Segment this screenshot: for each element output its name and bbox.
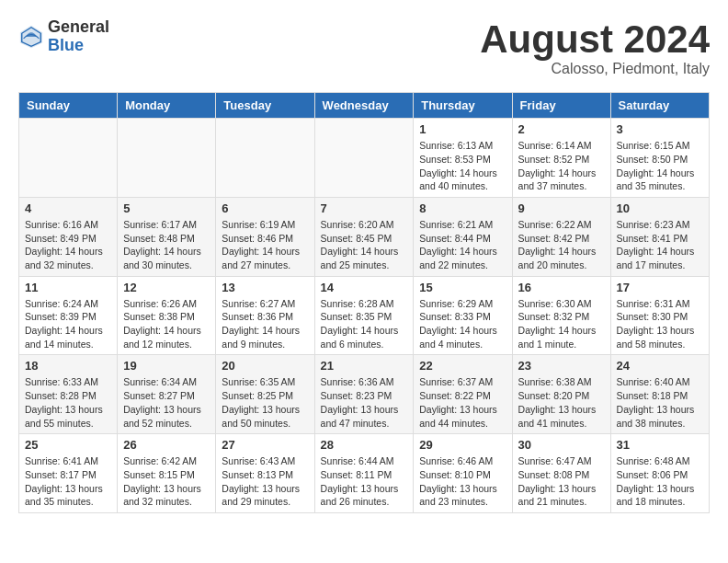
day-number: 30 [518,438,605,452]
day-info: Sunrise: 6:38 AMSunset: 8:20 PMDaylight:… [518,375,605,430]
day-number: 13 [222,281,308,294]
day-info: Sunrise: 6:14 AMSunset: 8:52 PMDaylight:… [518,139,605,193]
location: Calosso, Piedmont, Italy [480,61,710,77]
calendar-cell: 20Sunrise: 6:35 AMSunset: 8:25 PMDayligh… [216,355,314,434]
day-number: 27 [222,438,308,452]
day-info: Sunrise: 6:17 AMSunset: 8:48 PMDaylight:… [123,218,210,272]
logo-blue: Blue [48,37,109,55]
calendar-cell: 9Sunrise: 6:22 AMSunset: 8:42 PMDaylight… [512,197,610,276]
calendar-cell: 23Sunrise: 6:38 AMSunset: 8:20 PMDayligh… [512,355,610,434]
calendar-cell: 13Sunrise: 6:27 AMSunset: 8:36 PMDayligh… [216,276,314,355]
day-number: 18 [25,359,111,373]
day-number: 31 [617,438,703,452]
day-number: 29 [419,438,506,452]
day-info: Sunrise: 6:20 AMSunset: 8:45 PMDaylight:… [321,218,408,272]
day-info: Sunrise: 6:44 AMSunset: 8:11 PMDaylight:… [321,454,408,509]
weekday-header-thursday: Thursday [414,93,512,119]
day-number: 4 [25,201,111,215]
calendar-cell: 26Sunrise: 6:42 AMSunset: 8:15 PMDayligh… [118,434,216,513]
day-info: Sunrise: 6:22 AMSunset: 8:42 PMDaylight:… [518,218,605,272]
day-info: Sunrise: 6:23 AMSunset: 8:41 PMDaylight:… [617,218,703,272]
calendar-cell: 19Sunrise: 6:34 AMSunset: 8:27 PMDayligh… [118,355,216,434]
day-number: 3 [617,122,703,136]
day-number: 26 [123,438,210,452]
day-info: Sunrise: 6:33 AMSunset: 8:28 PMDaylight:… [25,375,111,430]
calendar-cell: 8Sunrise: 6:21 AMSunset: 8:44 PMDaylight… [414,197,512,276]
calendar-cell: 7Sunrise: 6:20 AMSunset: 8:45 PMDaylight… [314,197,414,276]
day-info: Sunrise: 6:16 AMSunset: 8:49 PMDaylight:… [25,218,111,272]
calendar-cell [314,119,414,198]
day-number: 12 [123,281,210,294]
weekday-header-wednesday: Wednesday [314,93,414,119]
calendar-cell: 6Sunrise: 6:19 AMSunset: 8:46 PMDaylight… [216,197,314,276]
day-info: Sunrise: 6:36 AMSunset: 8:23 PMDaylight:… [321,375,408,430]
day-number: 11 [25,281,111,294]
calendar-cell: 30Sunrise: 6:47 AMSunset: 8:08 PMDayligh… [512,434,610,513]
day-number: 9 [518,201,605,215]
weekday-header-friday: Friday [512,93,610,119]
day-info: Sunrise: 6:26 AMSunset: 8:38 PMDaylight:… [123,297,210,351]
calendar-cell: 22Sunrise: 6:37 AMSunset: 8:22 PMDayligh… [414,355,512,434]
day-info: Sunrise: 6:35 AMSunset: 8:25 PMDaylight:… [222,375,308,430]
calendar-cell: 3Sunrise: 6:15 AMSunset: 8:50 PMDaylight… [610,119,709,198]
day-number: 16 [518,281,605,294]
weekday-header-saturday: Saturday [610,93,709,119]
day-number: 1 [419,122,506,136]
day-number: 17 [617,281,703,294]
week-row-5: 25Sunrise: 6:41 AMSunset: 8:17 PMDayligh… [19,434,710,513]
weekday-header-row: SundayMondayTuesdayWednesdayThursdayFrid… [19,93,710,119]
calendar-cell: 4Sunrise: 6:16 AMSunset: 8:49 PMDaylight… [19,197,118,276]
day-info: Sunrise: 6:19 AMSunset: 8:46 PMDaylight:… [222,218,308,272]
calendar-cell: 5Sunrise: 6:17 AMSunset: 8:48 PMDaylight… [118,197,216,276]
calendar-cell: 17Sunrise: 6:31 AMSunset: 8:30 PMDayligh… [610,276,709,355]
logo-general: General [48,18,109,37]
day-info: Sunrise: 6:30 AMSunset: 8:32 PMDaylight:… [518,297,605,351]
calendar-cell: 2Sunrise: 6:14 AMSunset: 8:52 PMDaylight… [512,119,610,198]
day-number: 21 [321,359,408,373]
day-number: 2 [518,122,605,136]
day-info: Sunrise: 6:31 AMSunset: 8:30 PMDaylight:… [617,297,703,351]
day-number: 10 [617,201,703,215]
week-row-3: 11Sunrise: 6:24 AMSunset: 8:39 PMDayligh… [19,276,710,355]
weekday-header-sunday: Sunday [19,93,118,119]
calendar-cell: 24Sunrise: 6:40 AMSunset: 8:18 PMDayligh… [610,355,709,434]
calendar-cell: 1Sunrise: 6:13 AMSunset: 8:53 PMDaylight… [414,119,512,198]
calendar-cell: 25Sunrise: 6:41 AMSunset: 8:17 PMDayligh… [19,434,118,513]
day-info: Sunrise: 6:29 AMSunset: 8:33 PMDaylight:… [419,297,506,351]
day-info: Sunrise: 6:27 AMSunset: 8:36 PMDaylight:… [222,297,308,351]
day-info: Sunrise: 6:28 AMSunset: 8:35 PMDaylight:… [321,297,408,351]
logo: General Blue [18,18,109,55]
day-number: 24 [617,359,703,373]
title-section: August 2024 Calosso, Piedmont, Italy [480,18,710,77]
day-info: Sunrise: 6:15 AMSunset: 8:50 PMDaylight:… [617,139,703,193]
day-number: 6 [222,201,308,215]
day-info: Sunrise: 6:13 AMSunset: 8:53 PMDaylight:… [419,139,506,193]
day-info: Sunrise: 6:24 AMSunset: 8:39 PMDaylight:… [25,297,111,351]
weekday-header-tuesday: Tuesday [216,93,314,119]
day-number: 19 [123,359,210,373]
calendar-cell: 21Sunrise: 6:36 AMSunset: 8:23 PMDayligh… [314,355,414,434]
calendar-cell: 27Sunrise: 6:43 AMSunset: 8:13 PMDayligh… [216,434,314,513]
day-number: 20 [222,359,308,373]
day-info: Sunrise: 6:42 AMSunset: 8:15 PMDaylight:… [123,454,210,509]
day-info: Sunrise: 6:21 AMSunset: 8:44 PMDaylight:… [419,218,506,272]
calendar-table: SundayMondayTuesdayWednesdayThursdayFrid… [18,92,710,513]
page-header: General Blue August 2024 Calosso, Piedmo… [18,18,710,77]
week-row-1: 1Sunrise: 6:13 AMSunset: 8:53 PMDaylight… [19,119,710,198]
day-info: Sunrise: 6:40 AMSunset: 8:18 PMDaylight:… [617,375,703,430]
month-title: August 2024 [480,18,710,61]
calendar-cell: 12Sunrise: 6:26 AMSunset: 8:38 PMDayligh… [118,276,216,355]
calendar-cell: 11Sunrise: 6:24 AMSunset: 8:39 PMDayligh… [19,276,118,355]
day-number: 25 [25,438,111,452]
calendar-cell: 16Sunrise: 6:30 AMSunset: 8:32 PMDayligh… [512,276,610,355]
week-row-2: 4Sunrise: 6:16 AMSunset: 8:49 PMDaylight… [19,197,710,276]
calendar-cell: 29Sunrise: 6:46 AMSunset: 8:10 PMDayligh… [414,434,512,513]
day-number: 14 [321,281,408,294]
calendar-cell [216,119,314,198]
day-number: 5 [123,201,210,215]
week-row-4: 18Sunrise: 6:33 AMSunset: 8:28 PMDayligh… [19,355,710,434]
calendar-cell: 10Sunrise: 6:23 AMSunset: 8:41 PMDayligh… [610,197,709,276]
day-number: 7 [321,201,408,215]
calendar-cell [19,119,118,198]
day-number: 22 [419,359,506,373]
